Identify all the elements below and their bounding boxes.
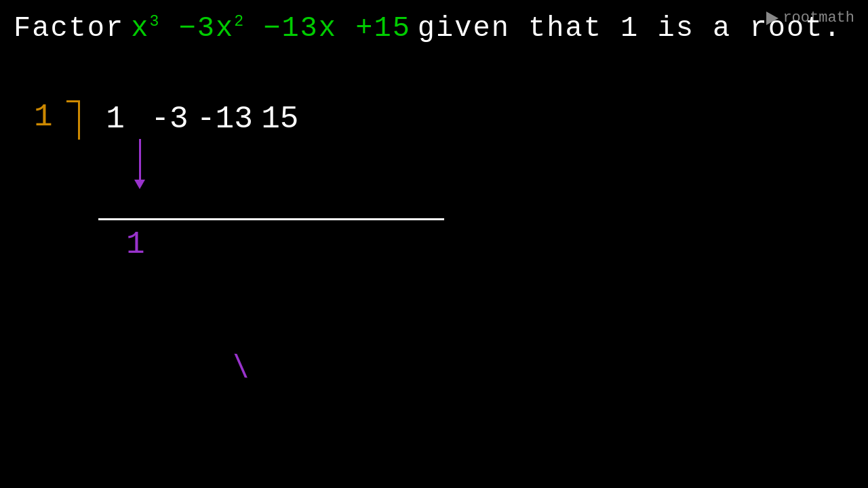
title-rest: given that 1 is a root. xyxy=(418,12,842,45)
exp3: 3 xyxy=(149,13,160,30)
arrow-down xyxy=(134,139,145,189)
exp2: 2 xyxy=(234,13,245,30)
coeff-4: 15 xyxy=(253,102,307,137)
coeff-1: 1 xyxy=(88,102,142,137)
title-area: Factor x3 −3x2 −13x +15 given that 1 is … xyxy=(14,12,842,45)
root-box: 1 xyxy=(34,102,53,133)
root-bracket xyxy=(66,100,80,140)
arrow-head xyxy=(134,180,145,189)
divider-line xyxy=(98,218,444,220)
coeff-2: -3 xyxy=(142,102,197,137)
cursor-hint: \ xyxy=(230,350,252,387)
result-row: 1 \ xyxy=(126,227,145,262)
coeff-3: -13 xyxy=(197,102,253,137)
coefficients-row: 1 -3 -13 15 xyxy=(88,102,307,137)
title-word-factor: Factor xyxy=(14,12,124,45)
main-content: rootmath Factor x3 −3x2 −13x +15 given t… xyxy=(0,0,868,488)
arrow-line xyxy=(139,139,141,180)
result-val: 1 xyxy=(126,227,145,262)
polynomial-expression: x3 −3x2 −13x +15 xyxy=(131,12,411,45)
root-value: 1 xyxy=(34,102,53,133)
